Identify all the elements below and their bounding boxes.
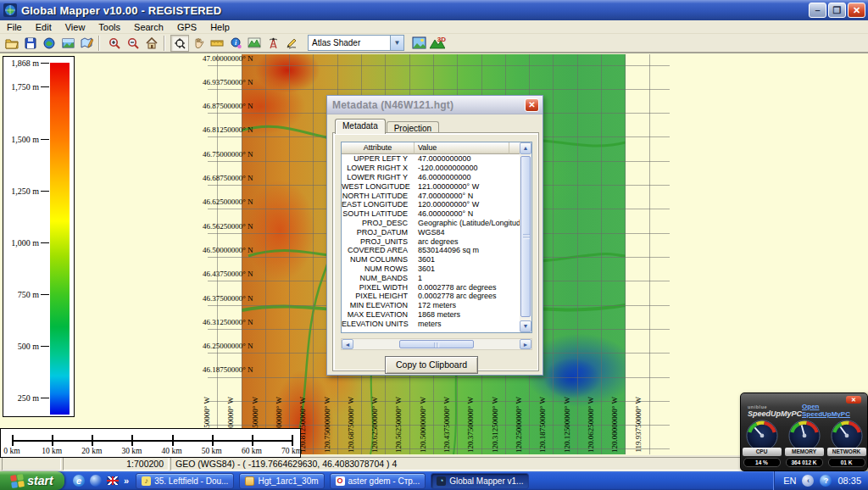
longitude-label: 120.62500000° W [370, 371, 382, 454]
start-label: start [27, 474, 53, 487]
start-button[interactable]: start [0, 471, 64, 490]
metadata-table-body: UPPER LEFT Y47.0000000000 LOWER RIGHT X-… [342, 154, 520, 332]
table-row[interactable]: NUM_BANDS1 [342, 273, 520, 282]
elevation-legend: 1,868 m 1,750 m 1,500 m 1,250 m 1,000 m … [3, 56, 75, 417]
feature-info-button[interactable]: i [226, 35, 245, 52]
scroll-right-icon[interactable] [520, 339, 531, 349]
scale-label: 20 km [72, 447, 111, 455]
table-row[interactable]: PIXEL WIDTH0.0002778 arc degrees [342, 282, 520, 292]
table-row[interactable]: LOWER RIGHT Y46.0000000000 [342, 173, 520, 182]
taskbar-button[interactable]: aster gdem - Стр... [330, 473, 426, 489]
longitude-label: 120.50000000° W [419, 371, 431, 454]
dialog-titlebar[interactable]: Metadata (N46W121.hgt) [327, 96, 542, 114]
zoom-in-button[interactable] [105, 35, 124, 52]
full-view-button[interactable] [142, 35, 161, 52]
close-button[interactable]: ✕ [848, 3, 865, 18]
vertical-scroll-thumb[interactable] [520, 156, 531, 317]
open-speedupmypc-link[interactable]: Open SpeedUpMyPC [802, 403, 860, 418]
menu-item[interactable]: GPS [170, 21, 203, 33]
latitude-label: 46.75000000° N [203, 150, 253, 159]
menu-item[interactable]: File [0, 21, 29, 33]
world-data-button[interactable] [40, 35, 58, 52]
table-header[interactable]: Attribute Value [342, 142, 531, 154]
open-file-button[interactable] [3, 35, 21, 52]
widget-close-icon[interactable] [846, 396, 861, 404]
taskbar-button[interactable]: Hgt_1arc1_30m [239, 473, 324, 489]
table-row[interactable]: PROJ_DATUMWGS84 [342, 227, 520, 237]
table-row[interactable]: NORTH LATITUDE47.00000000° N [342, 191, 520, 200]
menu-item[interactable]: Search [127, 21, 170, 33]
save-button[interactable] [21, 35, 40, 52]
table-row[interactable]: WEST LONGITUDE121.00000000° W [342, 181, 520, 191]
latitude-label: 46.37500000° N [203, 294, 253, 303]
path-profile-button[interactable] [245, 35, 264, 52]
metadata-dialog: Metadata (N46W121.hgt) MetadataProjectio… [326, 95, 543, 376]
scale-tick [131, 435, 133, 446]
scroll-up-icon[interactable] [520, 142, 531, 154]
menu-item[interactable]: Tools [92, 21, 127, 33]
horizontal-scrollbar[interactable] [341, 338, 532, 350]
table-row[interactable]: MIN ELEVATION172 meters [342, 301, 520, 310]
digitizer-tool-button[interactable] [77, 35, 96, 52]
show-3d-view-button[interactable]: 3D [428, 35, 447, 52]
digitizer-pencil-button[interactable] [282, 35, 301, 52]
scroll-left-icon[interactable] [342, 339, 353, 349]
table-row[interactable]: NUM ROWS3601 [342, 264, 520, 274]
scroll-down-icon[interactable] [520, 320, 531, 332]
table-row[interactable]: PROJ_DESCGeographic (Latitude/Longitude)… [342, 219, 520, 228]
scale-label: 60 km [232, 447, 271, 455]
zoom-tool-button[interactable] [170, 35, 189, 52]
export-raster-button[interactable] [58, 35, 77, 52]
internet-explorer-icon[interactable] [73, 475, 85, 487]
show-images-button[interactable] [409, 35, 428, 52]
shader-combobox[interactable]: Atlas Shader [308, 35, 404, 51]
measure-tool-button[interactable] [208, 35, 226, 52]
attribute-column-header[interactable]: Attribute [342, 142, 415, 154]
window-titlebar[interactable]: Global Mapper v10.00 - REGISTERED – ❐ ✕ [0, 0, 868, 20]
minimize-button[interactable]: – [809, 3, 826, 18]
table-row[interactable]: COVERED AREA8530144096 sq m [342, 246, 520, 255]
table-row[interactable]: UPPER LEFT Y47.0000000000 [342, 154, 520, 164]
zoom-out-icon [127, 37, 139, 49]
zoom-cursor-icon [174, 37, 186, 49]
quick-launch-overflow-chevron[interactable] [124, 476, 129, 486]
table-row[interactable]: NUM COLUMNS3601 [342, 255, 520, 264]
table-row[interactable]: ELEVATION UNITSmeters [342, 319, 520, 328]
menu-item[interactable]: Help [203, 21, 236, 33]
table-row[interactable]: LOWER RIGHT X-120.0000000000 [342, 164, 520, 173]
longitude-label: 120.68750000° W [347, 371, 359, 454]
value-column-header[interactable]: Value [415, 142, 509, 154]
taskbar: start 35. Leftfield - Dou... Hgt_1arc1_3… [0, 471, 868, 490]
tray-app-icon[interactable] [820, 475, 832, 487]
table-row[interactable]: MAX ELEVATION1868 meters [342, 310, 520, 320]
dialog-tab[interactable]: Metadata [335, 119, 386, 134]
info-icon: i [231, 37, 242, 49]
table-row[interactable]: EAST LONGITUDE120.00000000° W [342, 200, 520, 209]
horizontal-scroll-thumb[interactable] [399, 340, 474, 348]
hand-icon [193, 37, 204, 49]
legend-tick: 750 m [3, 291, 49, 299]
taskbar-button[interactable]: Global Mapper v1... [431, 473, 529, 489]
menu-item[interactable]: View [58, 21, 92, 33]
window-title: Global Mapper v10.00 - REGISTERED [21, 4, 221, 17]
menu-item[interactable]: Edit [29, 21, 58, 33]
hide-tray-icons-icon[interactable] [802, 475, 814, 487]
table-row[interactable]: PROJ_UNITSarc degrees [342, 237, 520, 246]
restore-button[interactable]: ❐ [828, 3, 846, 18]
clock[interactable]: 08:35 [837, 476, 861, 486]
pan-tool-button[interactable] [189, 35, 208, 52]
vertical-scrollbar[interactable] [520, 142, 531, 332]
uk-flag-icon[interactable] [107, 476, 119, 485]
view-shed-button[interactable] [264, 35, 282, 52]
language-indicator[interactable]: EN [783, 476, 796, 486]
taskbar-button[interactable]: 35. Leftfield - Dou... [136, 473, 234, 489]
dropdown-arrow-icon[interactable] [390, 36, 403, 50]
table-row[interactable]: SOUTH LATITUDE46.00000000° N [342, 209, 520, 219]
browser-orb-icon[interactable] [90, 475, 102, 487]
floppy-icon [25, 37, 36, 49]
dialog-tab[interactable]: Projection [387, 121, 439, 134]
zoom-out-button[interactable] [124, 35, 142, 52]
table-row[interactable]: PIXEL HEIGHT0.0002778 arc degrees [342, 292, 520, 301]
copy-to-clipboard-button[interactable]: Copy to Clipboard [385, 356, 478, 374]
dialog-close-icon[interactable] [525, 98, 539, 112]
